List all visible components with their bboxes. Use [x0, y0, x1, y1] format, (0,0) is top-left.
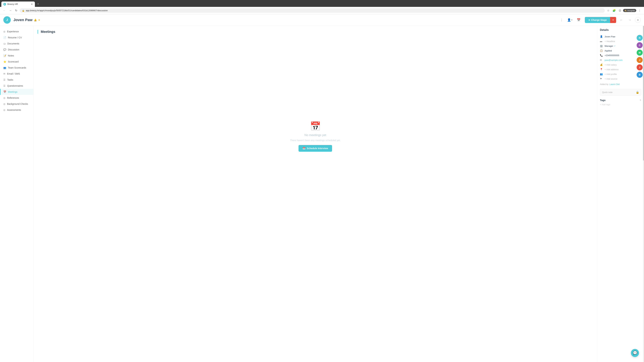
sidebar-icon-tasks: ☰ — [3, 78, 6, 81]
sidebar-item-experience[interactable]: ◎ Experience — [0, 28, 33, 34]
profile-placeholder[interactable]: + Add profile — [604, 73, 617, 75]
notification-icon[interactable]: 🔔 — [34, 18, 37, 21]
sidebar-item-notes[interactable]: 📝 Notes — [0, 53, 33, 59]
sidebar-item-meetings[interactable]: 📅 Meetings — [0, 89, 33, 95]
detail-address[interactable]: 📍 + Add address — [600, 67, 641, 72]
phone-value: +23455555555 — [604, 54, 619, 57]
side-avatar-3[interactable]: J — [636, 57, 643, 63]
sidebar-item-email-sms[interactable]: ✉ Email / SMS — [0, 71, 33, 77]
extensions-btn[interactable]: 🧩 — [612, 8, 617, 13]
profile-icon: 👥 — [600, 73, 603, 75]
sidebar-item-tasks[interactable]: ☰ Tasks — [0, 77, 33, 83]
source-placeholder[interactable]: + Add source — [604, 78, 617, 80]
candidate-avatar: J — [3, 16, 11, 24]
side-avatar-5[interactable]: B — [636, 72, 643, 78]
sidebar-icon-documents: 🗂 — [3, 42, 6, 45]
detail-headline[interactable]: ▬ + Headline — [600, 39, 641, 43]
sidebar-label-references: References — [7, 96, 19, 99]
sidebar-item-assessments[interactable]: ◎ Assessments — [0, 107, 33, 113]
manager-link-icon[interactable]: ↗ — [614, 45, 615, 47]
sidebar-icon-experience: ◎ — [3, 30, 5, 33]
salary-icon: 💰 — [600, 63, 603, 66]
incognito-badge: 🕵 Incognito — [623, 9, 636, 12]
quick-note-lock-icon: 🔒 — [636, 91, 639, 94]
sidebar-item-team-scorecards[interactable]: 👥 Team Scorecards — [0, 65, 33, 71]
change-stage-label: Change Stage — [591, 18, 607, 21]
calendar-btn[interactable]: 📅 — [576, 17, 582, 23]
quick-note-input[interactable]: Quick note 🔒 — [600, 89, 641, 96]
sidebar-icon-discussion: 💬 — [3, 48, 6, 51]
close-panel-btn[interactable]: ✕ — [635, 17, 641, 23]
sidebar-item-background-checks[interactable]: ◎ Background Checks — [0, 101, 33, 107]
prev-candidate-btn[interactable]: ← — [618, 17, 624, 23]
forward-btn[interactable]: → — [8, 8, 13, 13]
sidebar-icon-resume: 📄 — [3, 36, 6, 39]
tab-close-btn[interactable]: ✕ — [31, 3, 33, 5]
detail-manager[interactable]: 🏢 Manager ↗ — [600, 43, 641, 48]
avatar-initial: J — [6, 18, 8, 22]
center-panel: Meetings 📅 No meetings yet There haven't… — [34, 26, 597, 362]
side-avatar-1[interactable]: C — [636, 42, 643, 48]
phone-icon: 📞 — [600, 54, 603, 57]
email-value[interactable]: paw@sample.com — [604, 59, 622, 61]
sidebar-icon-meetings: 📅 — [3, 90, 6, 93]
schedule-label: Schedule Interview — [307, 147, 328, 150]
salary-placeholder[interactable]: + Add salary — [604, 63, 617, 66]
detail-profile[interactable]: 👥 + Add profile — [600, 72, 641, 76]
refresh-btn[interactable]: ↻ — [14, 8, 18, 13]
tab-label: Breezy HR — [8, 3, 18, 5]
candidate-name-heading: Joven Paw 🔔 ★ — [14, 18, 40, 22]
schedule-interview-btn[interactable]: 📅 Schedule Interview — [298, 145, 332, 152]
section-title: Meetings — [38, 30, 593, 34]
profile-btn[interactable]: ⊡ — [618, 8, 622, 13]
sidebar-icon-references: ◎ — [3, 96, 5, 99]
star-icon[interactable]: ★ — [38, 18, 40, 21]
new-tab-btn[interactable]: + — [36, 1, 41, 7]
headline-placeholder[interactable]: + Headline — [604, 40, 615, 42]
detail-candidate-name: 👤 Joven Paw — [600, 34, 641, 39]
quick-note-container[interactable]: Quick note 🔒 — [600, 89, 641, 96]
stage-controls: ↠ Change Stage ✕ — [585, 17, 616, 23]
active-tab[interactable]: B Breezy HR ✕ — [1, 1, 35, 7]
sidebar-icon-assessments: ◎ — [3, 109, 5, 111]
detail-salary[interactable]: 💰 + Add salary — [600, 62, 641, 67]
sidebar-item-references[interactable]: ◎ References — [0, 95, 33, 101]
manager-value: Manager ↗ — [604, 45, 615, 47]
next-candidate-btn[interactable]: → — [626, 17, 633, 23]
sidebar-item-documents[interactable]: 🗂 Documents — [0, 40, 33, 46]
person-icon: 👤 — [600, 35, 603, 38]
add-person-btn[interactable]: 👤+ — [566, 17, 574, 23]
manager-label: Manager — [604, 45, 613, 47]
address-placeholder[interactable]: + Add address — [604, 68, 618, 71]
detail-source[interactable]: ⚑ + Add source — [600, 76, 641, 81]
side-avatar-2[interactable]: M — [636, 50, 643, 56]
bookmark-btn[interactable]: ☆ — [606, 8, 610, 13]
sidebar-label-resume: Resume / CV — [8, 36, 22, 39]
sidebar-label-tasks: Tasks — [7, 78, 13, 81]
sidebar-item-scorecard[interactable]: ⭐ Scorecard — [0, 59, 33, 65]
sidebar-item-discussion[interactable]: 💬 Discussion — [0, 46, 33, 53]
change-stage-button[interactable]: ↠ Change Stage — [585, 17, 610, 23]
added-by-name: Lauren Deli — [610, 83, 620, 85]
add-tags-placeholder[interactable]: + Add tags — [600, 103, 641, 106]
chat-bubble-btn[interactable]: 💬 — [631, 349, 639, 357]
schedule-icon: 📅 — [302, 147, 306, 150]
sidebar-label-assessments: Assessments — [7, 109, 21, 111]
stage-red-button[interactable]: ✕ — [610, 17, 616, 23]
sidebar-icon-notes: 📝 — [3, 54, 6, 57]
sidebar-item-resume[interactable]: 📄 Resume / CV — [0, 34, 33, 40]
side-avatar-4[interactable]: J — [636, 64, 643, 70]
detail-applied: 📋 Applied — [600, 48, 641, 53]
add-tag-btn[interactable]: + — [640, 98, 641, 102]
back-btn[interactable]: ← — [2, 8, 7, 13]
side-avatar-0[interactable]: N — [636, 35, 643, 41]
added-by-row: Added by Lauren Deli — [600, 82, 641, 86]
sidebar-item-questionnaires[interactable]: ☰ Questionnaires — [0, 83, 33, 89]
empty-title: No meetings yet — [304, 133, 326, 137]
sidebar-label-background-checks: Background Checks — [7, 103, 28, 105]
menu-btn[interactable]: ⋮ — [637, 8, 642, 13]
address-bar[interactable]: 🔒 app.breezy.hr/app/c/moodjoy/p/59357218… — [20, 8, 605, 13]
more-options-btn[interactable]: ⋮ — [559, 17, 564, 23]
manager-icon: 🏢 — [600, 44, 603, 47]
side-avatars: NCMJJB — [635, 33, 644, 79]
